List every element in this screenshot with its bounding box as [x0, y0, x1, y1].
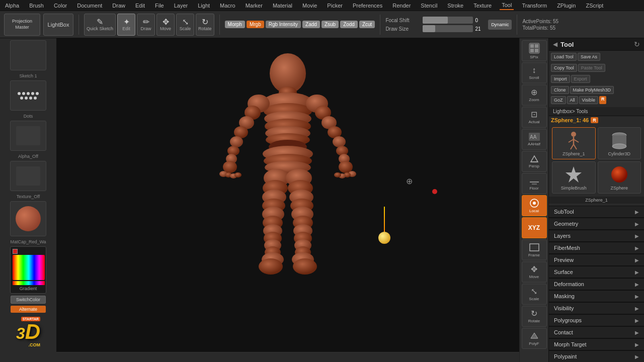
switch-color-button[interactable]: SwitchColor	[11, 296, 46, 304]
dots-thumbnail[interactable]	[10, 80, 46, 111]
alpha-thumbnail[interactable]	[10, 121, 46, 151]
lightbox-button[interactable]: LightBox	[43, 14, 73, 36]
morph-target-section[interactable]: Morph Target ▶	[549, 338, 644, 350]
polyf-button[interactable]: PolyF	[522, 328, 547, 349]
sketch-thumbnail[interactable]	[10, 40, 46, 70]
menu-item-movie[interactable]: Movie	[300, 2, 319, 10]
menu-item-transform[interactable]: Transform	[520, 2, 549, 10]
save-as-button[interactable]: Save As	[578, 53, 600, 61]
goz-row: GoZ All Visible R	[549, 95, 644, 105]
menu-item-zplugin[interactable]: ZPlugin	[555, 2, 578, 10]
menu-item-picker[interactable]: Picker	[325, 2, 345, 10]
move-icon-button[interactable]: ✥ Move	[522, 261, 547, 283]
goz-button[interactable]: GoZ	[551, 96, 566, 104]
rotate-icon-button[interactable]: ↻ Rotate	[522, 306, 547, 327]
menu-item-file[interactable]: File	[153, 2, 166, 10]
menu-item-brush[interactable]: Brush	[27, 2, 46, 10]
paste-tool-button[interactable]: Paste Tool	[578, 64, 605, 72]
tool-zsphere1[interactable]: ZSphere_1	[552, 127, 596, 159]
color-picker[interactable]: Gradient	[10, 246, 46, 294]
spix-button[interactable]: SPix	[522, 40, 547, 61]
zsub-button[interactable]: Zsub	[321, 21, 339, 28]
visibility-section[interactable]: Visibility ▶	[549, 302, 644, 314]
zoom-button[interactable]: ⊕ Zoom	[522, 84, 547, 106]
import-button[interactable]: Import	[551, 75, 570, 83]
polygroups-section[interactable]: Polygroups ▶	[549, 314, 644, 326]
color-hue-bar[interactable]	[13, 281, 45, 285]
copy-tool-button[interactable]: Copy Tool	[551, 64, 577, 72]
surface-section[interactable]: Surface ▶	[549, 266, 644, 278]
persp-button[interactable]: Persp	[522, 151, 547, 172]
subtool-section[interactable]: SubTool ▶	[549, 206, 644, 218]
menu-item-edit[interactable]: Edit	[133, 2, 147, 10]
panel-refresh-icon[interactable]: ↻	[634, 40, 640, 48]
floor-button[interactable]: Floor	[522, 173, 547, 194]
menu-item-document[interactable]: Document	[75, 2, 104, 10]
menu-item-render[interactable]: Render	[390, 2, 413, 10]
tool-simplebrush[interactable]: SimpleBrush	[552, 161, 596, 194]
tool-zsphere[interactable]: ZSphere	[598, 161, 641, 194]
local-button[interactable]: Local	[522, 195, 547, 216]
geometry-section[interactable]: Geometry ▶	[549, 218, 644, 230]
dynamic-button[interactable]: Dynamic	[488, 20, 512, 30]
color-swatch-red[interactable]	[13, 249, 18, 254]
frame-button[interactable]: Frame	[522, 239, 547, 260]
quick-sketch-button[interactable]: ✎ Quick Sketch	[84, 14, 116, 36]
scale-button[interactable]: ⤡ Scale	[176, 14, 194, 36]
canvas[interactable]: ⊕	[56, 38, 519, 352]
preview-section[interactable]: Preview ▶	[549, 254, 644, 266]
rotate-button[interactable]: ↻ Rotate	[196, 14, 214, 36]
export-button[interactable]: Export	[571, 75, 590, 83]
load-tool-button[interactable]: Load Tool	[551, 53, 577, 61]
menu-item-preferences[interactable]: Preferences	[351, 2, 384, 10]
polygroups-label: Polygroups	[554, 317, 582, 323]
morph-button[interactable]: Morph	[225, 21, 245, 28]
move-button[interactable]: ✥ Move	[156, 14, 175, 36]
scale-icon-button[interactable]: ⤡ Scale	[522, 284, 547, 305]
menu-item-stencil[interactable]: Stencil	[419, 2, 439, 10]
clone-button[interactable]: Clone	[551, 86, 569, 94]
texture-thumbnail[interactable]	[10, 161, 46, 191]
masking-section[interactable]: Masking ▶	[549, 290, 644, 302]
draw-button[interactable]: ✏ Draw	[137, 14, 155, 36]
edit-button[interactable]: ✦ Edit	[117, 14, 135, 36]
make-polymesh-button[interactable]: Make PolyMesh3D	[570, 86, 614, 94]
contact-section[interactable]: Contact ▶	[549, 326, 644, 338]
zcut-button[interactable]: Zcut	[359, 21, 375, 28]
tool-cylinder3d[interactable]: Cylinder3D	[598, 127, 641, 159]
matcap-thumbnail[interactable]	[10, 201, 46, 236]
panel-collapse-icon[interactable]: ◀	[553, 41, 557, 48]
actual-button[interactable]: ⊡ Actual	[522, 107, 547, 128]
draw-size-slider[interactable]	[423, 25, 473, 32]
svg-point-83	[612, 144, 626, 149]
menu-item-material[interactable]: Material	[271, 2, 294, 10]
projection-master-button[interactable]: ProjectionMaster	[4, 14, 40, 36]
aahalf-button[interactable]: AA AAHalf	[522, 129, 547, 150]
menu-item-macro[interactable]: Macro	[218, 2, 237, 10]
all-button[interactable]: All	[567, 96, 578, 104]
fibermesh-section[interactable]: FiberMesh ▶	[549, 242, 644, 254]
menu-item-alpha[interactable]: Alpha	[3, 2, 21, 10]
zodd-button[interactable]: Zodd	[340, 21, 358, 28]
scroll-button[interactable]: ↕ Scroll	[522, 62, 547, 83]
polypaint-section[interactable]: Polypaint ▶	[549, 350, 644, 362]
menu-item-light[interactable]: Light	[196, 2, 212, 10]
menu-item-stroke[interactable]: Stroke	[445, 2, 465, 10]
menu-item-layer[interactable]: Layer	[172, 2, 190, 10]
zadd-button[interactable]: Zadd	[302, 21, 320, 28]
menu-item-color[interactable]: Color	[52, 2, 69, 10]
alternate-button[interactable]: Alternate	[11, 306, 46, 313]
rgb-button[interactable]: Rgb Intensity	[266, 21, 301, 28]
mrgb-button[interactable]: Mrgb	[247, 21, 264, 28]
color-gradient[interactable]	[13, 255, 45, 280]
menu-item-texture[interactable]: Texture	[471, 2, 494, 10]
visible-button[interactable]: Visible	[579, 96, 598, 104]
deformation-section[interactable]: Deformation ▶	[549, 278, 644, 290]
menu-item-tool[interactable]: Tool	[500, 1, 514, 10]
xyz-button[interactable]: XYZ	[522, 217, 547, 238]
focal-shift-slider[interactable]	[423, 17, 473, 24]
menu-item-marker[interactable]: Marker	[244, 2, 265, 10]
layers-section[interactable]: Layers ▶	[549, 230, 644, 242]
menu-item-zscript[interactable]: ZScript	[584, 2, 605, 10]
menu-item-draw[interactable]: Draw	[110, 2, 127, 10]
